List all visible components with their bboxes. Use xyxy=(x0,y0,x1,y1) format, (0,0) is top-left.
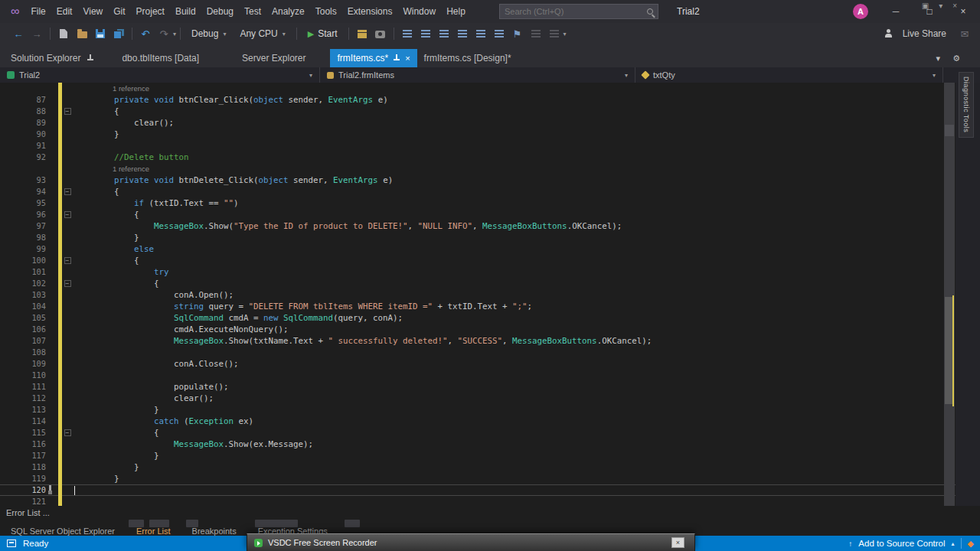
breakpoint-margin[interactable] xyxy=(0,232,26,243)
chevron-up-icon[interactable]: ▴ xyxy=(952,540,955,547)
bookmark-prev-icon[interactable] xyxy=(527,24,545,43)
project-dropdown[interactable]: Trial2 ▾ xyxy=(0,67,320,83)
breakpoint-margin[interactable] xyxy=(0,152,26,163)
code-line[interactable]: 115− { xyxy=(0,427,980,439)
redo-icon[interactable]: ↷ xyxy=(155,24,173,43)
collapse-icon[interactable]: − xyxy=(64,188,71,195)
search-input[interactable] xyxy=(505,7,647,16)
fold-margin[interactable]: − xyxy=(62,427,73,439)
indent-icon[interactable] xyxy=(435,24,453,43)
breakpoint-margin[interactable] xyxy=(0,312,26,324)
code-line[interactable]: 108 xyxy=(0,347,980,358)
breakpoint-margin[interactable] xyxy=(0,117,26,129)
comment-icon[interactable] xyxy=(472,24,490,43)
collapse-icon[interactable]: − xyxy=(64,108,71,115)
menu-analyze[interactable]: Analyze xyxy=(266,0,310,23)
breakpoint-margin[interactable] xyxy=(0,301,26,312)
gear-icon[interactable]: ⚙ xyxy=(952,54,960,64)
start-debugging-button[interactable]: ▶ Start xyxy=(301,28,345,39)
breakpoint-margin[interactable] xyxy=(0,129,26,140)
code-line[interactable]: 104 string query = "DELETE FROM tblItems… xyxy=(0,301,980,312)
collapse-icon[interactable]: − xyxy=(64,211,71,218)
menu-file[interactable]: File xyxy=(25,0,51,23)
code-line[interactable]: 117 } xyxy=(0,450,980,461)
breakpoint-margin[interactable] xyxy=(0,186,26,197)
outline-icon[interactable] xyxy=(398,24,416,43)
code-line[interactable]: 95 if (txtID.Text == "") xyxy=(0,197,980,209)
breakpoint-margin[interactable] xyxy=(0,255,26,266)
tool-tab-server-explorer[interactable]: Server Explorer xyxy=(234,49,313,67)
navigate-back-icon[interactable]: ← xyxy=(9,24,28,43)
code-line[interactable]: 111 populate(); xyxy=(0,381,980,393)
fold-margin[interactable]: − xyxy=(62,209,73,220)
tool-tab-solution-explorer[interactable]: Solution Explorer xyxy=(3,49,102,67)
breakpoint-margin[interactable] xyxy=(0,427,26,439)
collapse-icon[interactable]: − xyxy=(64,257,71,264)
code-line[interactable]: 101 try xyxy=(0,266,980,278)
breakpoint-margin[interactable] xyxy=(0,106,26,117)
pin-icon[interactable] xyxy=(393,54,400,63)
code-line[interactable]: 91 xyxy=(0,140,980,152)
code-line[interactable]: 98 } xyxy=(0,232,980,243)
code-line[interactable]: 87 private void btnClear_Click(object se… xyxy=(0,94,980,106)
outline-icon[interactable] xyxy=(416,24,435,43)
breakpoint-margin[interactable] xyxy=(0,439,26,450)
open-file-icon[interactable] xyxy=(73,24,91,43)
code-line[interactable]: 121 xyxy=(0,496,980,507)
code-line[interactable]: 96− { xyxy=(0,209,980,220)
collapse-icon[interactable]: − xyxy=(64,280,71,287)
package-icon[interactable] xyxy=(353,24,371,43)
code-line[interactable]: 110 xyxy=(0,370,980,381)
fold-margin[interactable]: − xyxy=(62,255,73,266)
code-line[interactable]: 90 } xyxy=(0,129,980,140)
background-tasks-icon[interactable] xyxy=(7,540,16,547)
quick-search-box[interactable] xyxy=(499,4,658,19)
codelens-row[interactable]: 1 reference xyxy=(0,83,980,94)
diagnostic-tools-tab[interactable]: Diagnostic Tools xyxy=(959,72,974,138)
bookmark-icon[interactable]: ⚑ xyxy=(508,24,527,43)
breakpoint-margin[interactable] xyxy=(0,461,26,473)
breakpoint-margin[interactable] xyxy=(0,370,26,381)
doc-tab-frmitems-cs-[interactable]: frmItems.cs*× xyxy=(330,49,416,67)
breakpoint-margin[interactable] xyxy=(0,140,26,152)
menu-help[interactable]: Help xyxy=(441,0,471,23)
code-line[interactable]: 109 conA.Close(); xyxy=(0,358,980,370)
codelens-row[interactable]: 1 reference xyxy=(0,163,980,174)
fold-margin[interactable]: − xyxy=(62,106,73,117)
fold-margin[interactable]: − xyxy=(62,278,73,289)
recorder-close-button[interactable]: × xyxy=(671,537,684,548)
save-all-icon[interactable] xyxy=(109,24,128,43)
code-line[interactable]: 97 MessageBox.Show("Type the ID of produ… xyxy=(0,220,980,232)
screenshot-icon[interactable] xyxy=(371,24,390,43)
breakpoint-margin[interactable] xyxy=(0,404,26,416)
vertical-scrollbar[interactable] xyxy=(944,83,955,507)
code-line[interactable]: 118 } xyxy=(0,461,980,473)
code-line[interactable]: 107 MessageBox.Show(txtName.Text + " suc… xyxy=(0,335,980,347)
code-line[interactable]: 120 xyxy=(0,484,980,496)
minimize-button[interactable]: ─ xyxy=(879,0,913,23)
code-line[interactable]: 94− { xyxy=(0,186,980,197)
menu-tools[interactable]: Tools xyxy=(310,0,342,23)
code-line[interactable]: 93 private void btnDelete_Click(object s… xyxy=(0,174,980,186)
breakpoint-margin[interactable] xyxy=(0,220,26,232)
live-share-label[interactable]: Live Share xyxy=(903,28,946,39)
chevron-down-icon[interactable]: ▾ xyxy=(939,2,942,10)
breakpoint-margin[interactable] xyxy=(0,174,26,186)
breakpoint-margin[interactable] xyxy=(0,358,26,370)
code-editor[interactable]: 1 reference87 private void btnClear_Clic… xyxy=(0,83,980,507)
code-line[interactable]: 88− { xyxy=(0,106,980,117)
breakpoint-margin[interactable] xyxy=(0,94,26,106)
breakpoint-margin[interactable] xyxy=(0,450,26,461)
navigate-forward-icon[interactable]: → xyxy=(28,24,46,43)
menu-extensions[interactable]: Extensions xyxy=(342,0,398,23)
menu-window[interactable]: Window xyxy=(397,0,441,23)
add-to-source-control-button[interactable]: Add to Source Control xyxy=(858,539,945,548)
unindent-icon[interactable] xyxy=(453,24,472,43)
close-tab-icon[interactable]: × xyxy=(405,54,410,63)
bookmark-next-icon[interactable] xyxy=(545,24,564,43)
code-line[interactable]: 106 cmdA.ExecuteNonQuery(); xyxy=(0,324,980,335)
breakpoint-margin[interactable] xyxy=(0,278,26,289)
toolbar-overflow-icon[interactable]: ▾ xyxy=(564,31,567,37)
code-line[interactable]: 119 } xyxy=(0,473,980,484)
error-list-header[interactable]: Error List ... xyxy=(0,506,980,520)
